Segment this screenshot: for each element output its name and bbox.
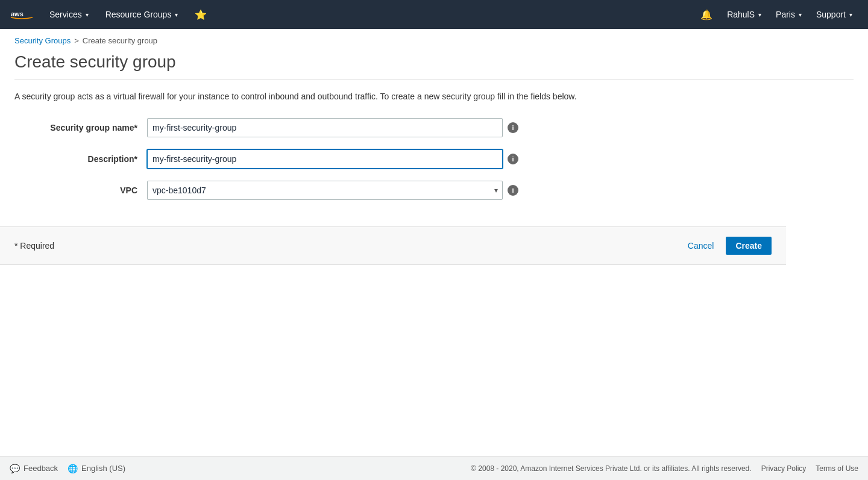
action-buttons: Cancel Create [681,237,772,255]
vpc-info-icon[interactable]: i [508,185,518,196]
security-group-name-label: Security group name* [14,123,147,132]
region-menu[interactable]: Paris ▾ [770,6,808,23]
svg-text:aws: aws [11,10,24,17]
navbar: aws Services ▾ Resource Groups ▾ ⭐ 🔔 Rah… [0,0,868,29]
user-menu[interactable]: RahulS ▾ [721,6,767,23]
description-wrap: i [147,149,518,169]
breadcrumb-current: Create security group [83,36,157,45]
cancel-button[interactable]: Cancel [681,237,722,254]
resource-groups-chevron-icon: ▾ [175,11,178,18]
description-info-icon[interactable]: i [508,154,518,164]
user-chevron-icon: ▾ [758,11,761,18]
page-description: A security group acts as a virtual firew… [0,84,784,108]
page-divider [14,79,854,79]
security-group-name-wrap: i [147,118,518,137]
aws-logo: aws [10,7,34,22]
vpc-select[interactable]: vpc-be1010d7 [147,181,503,200]
support-menu[interactable]: Support ▾ [810,6,858,23]
form-container: Security group name* i Description* i VP… [0,108,784,222]
page-title: Create security group [0,48,868,74]
support-chevron-icon: ▾ [849,11,852,18]
description-label: Description* [14,154,147,164]
services-chevron-icon: ▾ [86,11,89,18]
notifications-icon[interactable]: 🔔 [694,5,719,24]
breadcrumb: Security Groups > Create security group [0,29,868,48]
vpc-select-wrap: vpc-be1010d7 ▾ [147,181,503,200]
breadcrumb-parent-link[interactable]: Security Groups [14,36,71,45]
favorites-icon[interactable]: ⭐ [189,5,213,24]
breadcrumb-separator: > [74,36,79,45]
security-group-name-input[interactable] [147,118,503,137]
vpc-label: VPC [14,185,147,195]
resource-groups-menu[interactable]: Resource Groups ▾ [99,6,184,23]
services-menu[interactable]: Services ▾ [43,6,95,23]
security-group-name-row: Security group name* i [14,118,769,137]
description-row: Description* i [14,149,769,169]
action-bar: * Required Cancel Create [0,226,786,265]
vpc-wrap: vpc-be1010d7 ▾ i [147,181,518,200]
region-chevron-icon: ▾ [799,11,802,18]
description-input[interactable] [147,149,503,169]
security-group-name-info-icon[interactable]: i [508,122,518,133]
vpc-row: VPC vpc-be1010d7 ▾ i [14,181,769,200]
create-button[interactable]: Create [726,237,772,255]
required-note: * Required [14,241,54,251]
nav-right: 🔔 RahulS ▾ Paris ▾ Support ▾ [694,5,858,24]
